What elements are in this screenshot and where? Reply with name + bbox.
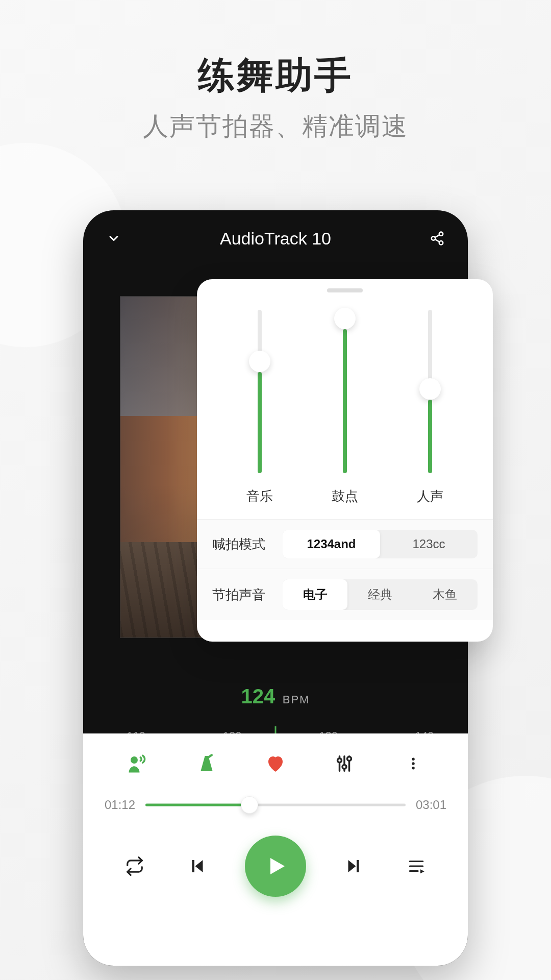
track-title: AudioTrack 10 [220,229,331,249]
mixer-row-label: 节拍声音 [212,586,273,604]
segmented-control: 电子经典木鱼 [283,579,478,610]
progress-slider[interactable] [145,795,406,815]
hero-subtitle: 人声节拍器、精准调速 [0,109,551,143]
segment-option[interactable]: 123cc [380,530,478,558]
player-controls: 01:12 03:01 [83,733,468,966]
share-icon[interactable] [427,228,447,249]
mixer-row: 节拍声音电子经典木鱼 [197,569,493,620]
play-button[interactable] [245,836,306,897]
segment-option[interactable]: 电子 [283,579,347,610]
volume-slider[interactable]: 音乐 [217,310,303,519]
svg-rect-17 [192,860,195,872]
chevron-down-icon[interactable] [104,228,124,249]
bpm-unit: BPM [283,693,310,706]
svg-marker-18 [270,858,285,874]
voice-icon[interactable] [124,750,152,777]
svg-point-13 [412,758,415,761]
mixer-row-label: 喊拍模式 [212,535,273,553]
svg-point-5 [131,756,138,764]
more-icon[interactable] [399,750,427,777]
svg-line-4 [435,235,440,237]
svg-marker-24 [420,869,424,873]
metronome-icon[interactable] [193,750,220,777]
feature-row [83,733,468,782]
time-total: 03:01 [416,798,446,812]
slider-label: 音乐 [246,487,273,505]
svg-rect-20 [357,860,359,872]
segment-option[interactable]: 经典 [347,579,412,610]
svg-point-12 [347,757,351,761]
volume-slider[interactable]: 人声 [387,310,472,519]
segment-option[interactable]: 木鱼 [413,579,478,610]
progress-row: 01:12 03:01 [83,782,468,815]
time-current: 01:12 [105,798,135,812]
slider-group: 音乐鼓点人声 [197,279,493,519]
bpm-value: 124 [241,685,276,707]
svg-marker-19 [348,860,356,872]
prev-icon[interactable] [182,851,213,881]
heart-icon[interactable] [262,750,289,777]
svg-line-3 [435,239,440,242]
hero: 练舞助手 人声节拍器、精准调速 [0,0,551,143]
player-header: AudioTrack 10 [83,210,468,266]
next-icon[interactable] [338,851,369,881]
drag-handle-icon[interactable] [327,288,363,292]
svg-marker-16 [195,860,203,872]
slider-label: 人声 [417,487,443,505]
segmented-control: 1234and123cc [283,530,478,558]
mixer-row: 喊拍模式1234and123cc [197,520,493,569]
volume-slider[interactable]: 鼓点 [303,310,388,519]
svg-point-8 [337,758,341,763]
repeat-icon[interactable] [119,851,150,881]
tune-icon[interactable] [331,750,358,777]
svg-point-15 [412,767,415,770]
svg-point-10 [342,765,346,769]
transport-row [83,815,468,897]
queue-icon[interactable] [401,851,432,881]
mixer-options: 喊拍模式1234and123cc节拍声音电子经典木鱼 [197,519,493,620]
svg-line-6 [207,755,212,758]
segment-option[interactable]: 1234and [283,530,380,558]
svg-point-14 [412,762,415,765]
slider-label: 鼓点 [332,487,358,505]
mixer-panel: 音乐鼓点人声 喊拍模式1234and123cc节拍声音电子经典木鱼 [197,279,493,642]
hero-title: 练舞助手 [0,51,551,100]
